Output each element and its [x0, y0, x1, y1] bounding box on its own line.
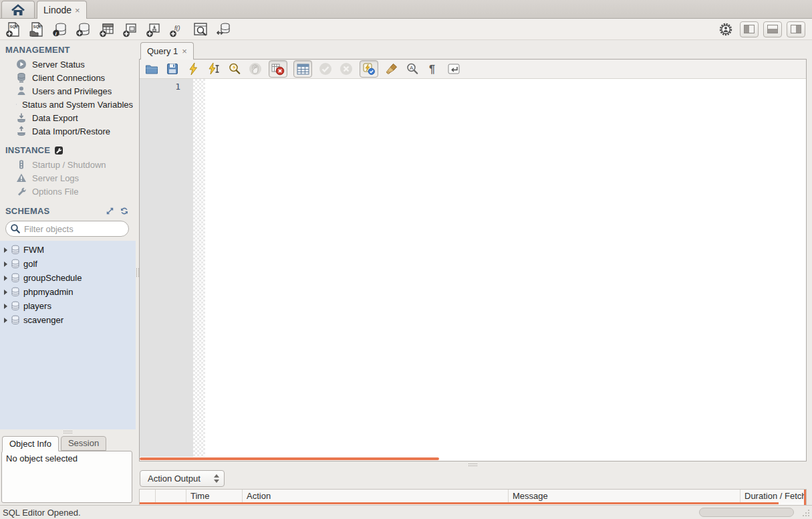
save-script-button[interactable]: [165, 62, 180, 76]
limit-rows-button[interactable]: [293, 60, 312, 78]
sql-editor: 1: [140, 79, 806, 457]
sql-editor-panel: Query 1 ×: [139, 40, 812, 505]
explain-button[interactable]: [227, 62, 242, 76]
schema-icon: [11, 245, 20, 255]
schema-name: phpmyadmin: [23, 287, 73, 297]
beautify-button[interactable]: [384, 62, 399, 76]
search-table-data-button[interactable]: [191, 21, 210, 38]
spinner-arrows-icon: [214, 474, 219, 483]
warning-icon: [16, 173, 27, 183]
management-header: MANAGEMENT: [5, 45, 133, 55]
splitter-grip-icon: [136, 268, 139, 277]
schema-filter-input[interactable]: [5, 221, 129, 237]
svg-text:¶: ¶: [429, 64, 435, 75]
sidebar-item-label: Status and System Variables: [22, 100, 133, 110]
left-panel-icon: [744, 25, 755, 33]
sidebar-horizontal-splitter[interactable]: [0, 429, 136, 434]
output-view-selector[interactable]: Action Output: [140, 470, 225, 487]
sidebar-item-label: Users and Privileges: [32, 86, 112, 96]
schema-row-scavenger[interactable]: scavenger: [0, 313, 136, 327]
create-function-button[interactable]: f(): [168, 21, 186, 38]
sidebar-item-client-connections[interactable]: Client Connections: [5, 71, 133, 84]
refresh-icon[interactable]: [120, 207, 129, 215]
stop-on-error-icon: [271, 62, 285, 76]
expand-arrow-icon[interactable]: [4, 247, 7, 253]
output-scrollbar-vertical[interactable]: [804, 490, 806, 505]
schema-row-phpmyadmin[interactable]: phpmyadmin: [0, 285, 136, 299]
expand-icon[interactable]: [106, 207, 114, 215]
schema-row-groupschedule[interactable]: groupSchedule: [0, 271, 136, 285]
new-sql-tab-button[interactable]: SQL: [4, 21, 23, 38]
reconnect-dbms-icon: [216, 21, 232, 37]
toggle-wrap-button[interactable]: [446, 62, 461, 76]
create-table-icon: [99, 21, 115, 37]
svg-text:f(): f(): [174, 25, 180, 31]
tab-object-info[interactable]: Object Info: [2, 436, 59, 451]
search-table-data-icon: [192, 21, 209, 37]
resize-grip-icon[interactable]: [802, 509, 810, 517]
connection-tab[interactable]: Linode ×: [37, 1, 87, 19]
schema-inspector-icon: i: [52, 21, 68, 37]
toggle-bottom-panel-button[interactable]: [763, 21, 782, 37]
schema-inspector-button[interactable]: i: [51, 21, 70, 38]
find-button[interactable]: A: [405, 62, 420, 76]
column-message[interactable]: Message: [509, 490, 740, 502]
server-status-icon: [16, 59, 27, 70]
toggle-stop-on-error-button[interactable]: [269, 60, 287, 78]
column-duration[interactable]: Duration / Fetch: [740, 490, 806, 502]
rollback-button[interactable]: [339, 62, 354, 76]
home-tab[interactable]: [1, 1, 35, 18]
sidebar-item-data-import[interactable]: Data Import/Restore: [5, 124, 133, 138]
execute-button[interactable]: [186, 62, 200, 76]
output-splitter[interactable]: [139, 461, 807, 468]
toggle-invisibles-button[interactable]: ¶: [426, 62, 440, 76]
stop-button[interactable]: [248, 62, 263, 76]
toggle-autocommit-button[interactable]: [360, 60, 378, 78]
create-view-button[interactable]: [121, 21, 140, 38]
schema-row-players[interactable]: players: [0, 299, 136, 313]
reconnect-dbms-button[interactable]: [215, 21, 233, 38]
create-table-button[interactable]: [98, 21, 116, 38]
execute-current-button[interactable]: [207, 62, 221, 76]
sidebar-item-system-variables[interactable]: Status and System Variables: [5, 98, 133, 111]
sidebar-item-startup-shutdown[interactable]: Startup / Shutdown: [5, 158, 133, 171]
expand-arrow-icon[interactable]: [4, 304, 7, 309]
sidebar-item-users-privileges[interactable]: Users and Privileges: [5, 84, 133, 98]
sidebar-item-label: Data Import/Restore: [32, 126, 110, 136]
sidebar-item-data-export[interactable]: Data Export: [5, 111, 133, 124]
execute-bolt-icon: [187, 62, 199, 76]
preferences-button[interactable]: [716, 21, 735, 38]
schema-row-fwm[interactable]: FWM: [0, 243, 136, 257]
sql-editor-toolbar: A ¶: [140, 60, 806, 79]
expand-arrow-icon[interactable]: [4, 318, 7, 323]
tab-session[interactable]: Session: [61, 436, 106, 451]
open-script-button[interactable]: [144, 62, 159, 76]
column-status[interactable]: [140, 490, 156, 502]
query-tab[interactable]: Query 1 ×: [140, 42, 194, 60]
sidebar-item-server-logs[interactable]: Server Logs: [5, 171, 133, 185]
expand-arrow-icon[interactable]: [4, 290, 7, 295]
sql-editor-area[interactable]: [205, 79, 806, 457]
sidebar-item-server-status[interactable]: Server Status: [5, 58, 133, 71]
statusbar-scrollbar[interactable]: [699, 508, 794, 517]
sidebar-item-options-file[interactable]: Options File: [5, 185, 133, 198]
column-index[interactable]: [156, 490, 186, 502]
column-time[interactable]: Time: [186, 490, 243, 502]
schema-row-golf[interactable]: golf: [0, 257, 136, 271]
toggle-right-panel-button[interactable]: [787, 21, 805, 37]
open-sql-script-button[interactable]: SQL: [27, 21, 46, 38]
commit-button[interactable]: [318, 62, 333, 76]
expand-arrow-icon[interactable]: [4, 262, 7, 267]
info-tabbar: Object Info Session: [0, 434, 136, 451]
schemas-section-header: SCHEMAS: [0, 201, 136, 217]
toggle-left-panel-button[interactable]: [740, 21, 759, 37]
output-scrollbar-horizontal[interactable]: [140, 502, 779, 504]
close-icon[interactable]: ×: [182, 46, 187, 56]
create-procedure-button[interactable]: [144, 21, 163, 38]
column-action[interactable]: Action: [243, 490, 509, 502]
editor-horizontal-scrollbar[interactable]: [140, 457, 806, 461]
create-schema-button[interactable]: [74, 21, 93, 38]
expand-arrow-icon[interactable]: [4, 276, 7, 281]
scrollbar-thumb[interactable]: [140, 457, 439, 460]
close-icon[interactable]: ×: [75, 5, 80, 15]
